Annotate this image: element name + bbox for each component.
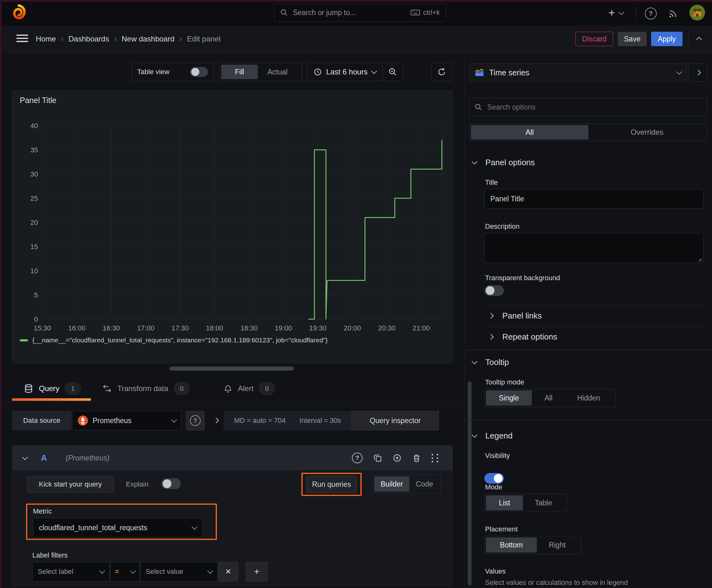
panel-resize-handle[interactable] — [170, 366, 294, 371]
builder-option[interactable]: Builder — [374, 477, 409, 491]
legend-right-option[interactable]: Right — [537, 538, 578, 552]
legend-visibility-toggle[interactable] — [484, 473, 504, 484]
bell-icon — [223, 384, 232, 393]
query-help-button[interactable]: ? — [352, 453, 363, 463]
fill-option[interactable]: Fill — [221, 65, 258, 79]
apply-button[interactable]: Apply — [651, 32, 683, 46]
save-button[interactable]: Save — [618, 32, 647, 46]
user-avatar[interactable] — [689, 5, 705, 20]
tooltip-all-option[interactable]: All — [532, 391, 565, 405]
code-option[interactable]: Code — [409, 477, 439, 491]
svg-text:20:30: 20:30 — [378, 324, 395, 332]
add-filter-button[interactable]: + — [246, 562, 268, 582]
grafana-logo-icon[interactable] — [11, 4, 26, 21]
time-controls: Last 6 hours — [307, 63, 403, 81]
tabs-border — [0, 401, 464, 402]
panel-options-header[interactable]: Panel options — [473, 158, 535, 167]
operator-dropdown[interactable]: = — [110, 562, 140, 582]
panel-title-input[interactable] — [484, 189, 704, 209]
tooltip-mode-label: Tooltip mode — [485, 378, 524, 386]
drag-handle-icon[interactable] — [432, 454, 439, 462]
tab-alert[interactable]: Alert 0 — [223, 379, 275, 398]
tab-query[interactable]: Query 1 — [24, 379, 81, 398]
duplicate-query-button[interactable] — [373, 454, 382, 462]
repeat-options-header[interactable]: Repeat options — [489, 332, 557, 342]
refresh-button[interactable] — [431, 63, 452, 81]
search-input[interactable] — [292, 8, 411, 17]
legend-bottom-option[interactable]: Bottom — [486, 538, 537, 552]
zoom-out-button[interactable] — [383, 63, 403, 81]
title-label: Title — [485, 178, 498, 187]
svg-text:35: 35 — [30, 146, 38, 154]
svg-text:17:00: 17:00 — [137, 324, 154, 332]
tab-alert-badge: 0 — [259, 382, 275, 395]
time-range-picker[interactable]: Last 6 hours — [307, 63, 382, 81]
breadcrumb-home[interactable]: Home — [36, 35, 56, 43]
toggle-visibility-icon[interactable] — [393, 454, 402, 462]
help-button[interactable]: ? — [645, 7, 657, 19]
tab-alert-label: Alert — [238, 384, 253, 393]
query-options-collapse[interactable] — [213, 417, 219, 423]
query-inspector-button[interactable]: Query inspector — [352, 411, 439, 430]
explain-label: Explain — [126, 480, 149, 488]
query-options-summary[interactable]: MD = auto = 704 Interval = 30s — [223, 411, 352, 430]
panel-links-header[interactable]: Panel links — [489, 311, 542, 321]
discard-button[interactable]: Discard — [576, 32, 613, 46]
breadcrumb: Home › Dashboards › New dashboard › Edit… — [36, 26, 220, 52]
new-menu-button[interactable]: + — [608, 6, 624, 20]
chevron-down-icon — [472, 358, 477, 364]
legend-series-label[interactable]: {__name__="cloudflared_tunnel_total_requ… — [33, 336, 328, 344]
tab-transform-data[interactable]: Transform data 0 — [102, 379, 190, 398]
actual-option[interactable]: Actual — [258, 65, 297, 79]
breadcrumb-new-dashboard[interactable]: New dashboard — [122, 35, 174, 43]
grafana-edit-panel-screen: ctrl+k + ? Home › Dashboards › New dashb… — [0, 0, 712, 588]
news-rss-button[interactable] — [667, 7, 679, 19]
legend-header[interactable]: Legend — [473, 431, 513, 441]
svg-text:21:00: 21:00 — [412, 324, 430, 332]
clock-icon — [314, 68, 322, 76]
menu-toggle-icon[interactable] — [16, 33, 28, 44]
transparent-background-toggle[interactable] — [484, 285, 504, 296]
delete-query-button[interactable] — [412, 454, 421, 462]
svg-text:19:00: 19:00 — [275, 324, 292, 332]
explain-toggle[interactable] — [161, 478, 181, 489]
select-label-dropdown[interactable]: Select label — [33, 562, 110, 582]
tooltip-single-option[interactable]: Single — [486, 391, 532, 405]
chevron-right-icon — [695, 70, 701, 76]
tooltip-hidden-option[interactable]: Hidden — [565, 391, 612, 405]
tab-overrides[interactable]: Overrides — [588, 125, 706, 140]
query-row-header[interactable]: A (Prometheus) ? — [12, 446, 452, 470]
svg-text:0: 0 — [34, 315, 38, 323]
legend-mode-label: Mode — [485, 483, 502, 491]
legend-list-option[interactable]: List — [486, 495, 523, 510]
legend-values-description: Select values or calculations to show in… — [485, 579, 628, 587]
datasource-picker[interactable]: Prometheus — [72, 411, 181, 430]
metric-select[interactable]: cloudflared_tunnel_total_requests — [33, 518, 202, 538]
svg-text:16:00: 16:00 — [68, 324, 85, 332]
remove-filter-button[interactable]: ✕ — [218, 562, 238, 582]
visualization-picker[interactable]: Time series — [469, 63, 687, 82]
tab-all[interactable]: All — [471, 125, 588, 140]
chevron-down-icon — [472, 159, 477, 164]
options-search-input[interactable] — [487, 103, 702, 112]
tooltip-header[interactable]: Tooltip — [473, 357, 509, 367]
panel-title: Panel Title — [20, 96, 57, 105]
options-search[interactable] — [469, 98, 707, 117]
collapse-query-icon[interactable] — [22, 454, 28, 460]
legend-table-option[interactable]: Table — [523, 495, 564, 510]
select-value-dropdown[interactable]: Select value — [140, 562, 218, 582]
time-series-icon — [475, 68, 484, 77]
resize-handle-icon[interactable] — [697, 257, 702, 261]
global-search[interactable]: ctrl+k — [274, 3, 446, 22]
table-view-toggle[interactable] — [190, 67, 208, 77]
breadcrumb-separator-icon: › — [179, 35, 182, 43]
svg-text:30: 30 — [30, 170, 38, 178]
datasource-help-button[interactable]: ? — [186, 411, 205, 430]
time-series-chart[interactable]: 051015202530354015:3016:0016:3017:0017:3… — [12, 108, 453, 333]
toggle-viz-picker-button[interactable] — [688, 63, 707, 82]
run-queries-button[interactable]: Run queries — [306, 476, 357, 493]
description-textarea[interactable] — [484, 233, 704, 263]
breadcrumb-dashboards[interactable]: Dashboards — [68, 35, 109, 43]
kick-start-button[interactable]: Kick start your query — [27, 476, 114, 493]
collapse-header-button[interactable] — [696, 37, 702, 42]
